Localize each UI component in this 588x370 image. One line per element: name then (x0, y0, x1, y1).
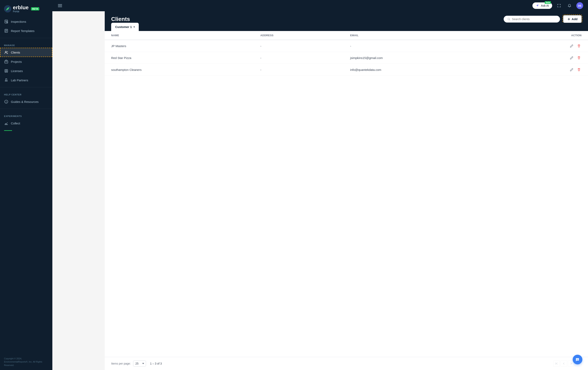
fullscreen-button[interactable] (555, 2, 563, 9)
hamburger-line-3 (58, 7, 62, 7)
sidebar-divider-1 (0, 38, 52, 38)
hamburger-line-1 (58, 4, 62, 5)
chevron-down-icon: ▾ (134, 26, 135, 28)
table-row: JP Masters - - (105, 40, 588, 52)
delete-button-0[interactable] (576, 43, 582, 49)
col-header-email: Email (344, 31, 501, 40)
edit-button-1[interactable] (569, 55, 574, 60)
manage-section-label: MANAGE (0, 41, 52, 48)
table-row: Red Star Pizza - jsimpkins15@gmail.com (105, 52, 588, 64)
app-name: erblue (13, 5, 29, 10)
sidebar-item-lab-partners[interactable]: Lab Partners (0, 75, 52, 85)
inspections-icon (4, 19, 9, 24)
logo-icon (4, 5, 11, 12)
first-page-button[interactable] (553, 360, 560, 367)
page-header: Clients Add (105, 11, 588, 23)
table-area: Name Address Email Action JP Masters - - (105, 31, 588, 357)
prev-page-button[interactable] (561, 360, 567, 367)
clients-table: Name Address Email Action JP Masters - - (105, 31, 588, 76)
delete-button-2[interactable] (576, 67, 582, 72)
sidebar-item-clients-label: Clients (11, 51, 20, 54)
add-button-label: Add (572, 17, 578, 21)
ask-ai-label: Ask AI (541, 4, 549, 7)
cell-action-2 (501, 64, 588, 76)
fullscreen-icon (557, 4, 561, 8)
cell-email-0: - (344, 40, 501, 52)
sidebar-item-guides[interactable]: Guides & Resources (0, 97, 52, 106)
topnav-left (57, 3, 63, 8)
topnav-right: Ask AI beta DE (532, 2, 583, 9)
cell-name-0: JP Masters (105, 40, 254, 52)
chat-bubble[interactable] (573, 355, 582, 364)
pagination: Items per page: 25 10 50 100 1 – 3 of 3 (105, 357, 588, 370)
svg-point-8 (6, 81, 7, 81)
delete-icon (577, 44, 581, 48)
svg-point-7 (6, 70, 7, 71)
tab-customer-1[interactable]: Customer 1 ▾ (111, 23, 139, 31)
svg-point-4 (5, 51, 6, 52)
delete-button-1[interactable] (576, 55, 582, 60)
ask-ai-button[interactable]: Ask AI beta (532, 2, 552, 9)
clients-table-body: JP Masters - - Red (105, 40, 588, 76)
col-header-address: Address (254, 31, 344, 40)
cell-action-0 (501, 40, 588, 52)
cell-email-2: info@quantekdata.com (344, 64, 501, 76)
sidebar-footer: Copyright © 2024, EnvironmentalReports®,… (0, 354, 52, 370)
sidebar-item-projects[interactable]: Projects (0, 57, 52, 66)
hamburger-button[interactable] (57, 3, 63, 8)
hamburger-line-2 (58, 5, 62, 6)
sidebar-item-licenses[interactable]: Licenses (0, 66, 52, 75)
sidebar-item-report-templates[interactable]: Report Templates (0, 26, 52, 35)
guides-icon (4, 99, 9, 104)
experiments-section-label: EXPERIMENTS (0, 111, 52, 119)
sidebar-item-collect[interactable]: Collect (0, 119, 52, 128)
user-avatar[interactable]: DE (576, 2, 583, 9)
plus-icon (567, 18, 570, 21)
projects-icon (4, 59, 9, 64)
per-page-select[interactable]: 25 10 50 100 (133, 360, 146, 367)
table-header-row: Name Address Email Action (105, 31, 588, 40)
report-templates-icon (4, 29, 9, 33)
search-input[interactable] (512, 18, 556, 21)
items-per-page-label: Items per page: (111, 362, 131, 365)
bell-icon (568, 4, 571, 8)
page-title: Clients (111, 16, 130, 22)
clients-icon (4, 50, 9, 55)
prev-page-icon (562, 362, 565, 365)
sidebar-group-top: Inspections Report Templates (0, 17, 52, 35)
page-header-right: Add (504, 15, 582, 23)
sidebar-item-collect-label: Collect (11, 122, 20, 125)
sidebar-item-inspections[interactable]: Inspections (0, 17, 52, 26)
sidebar-item-guides-label: Guides & Resources (11, 100, 39, 103)
col-header-action: Action (501, 31, 588, 40)
cell-address-2: - (254, 64, 344, 76)
svg-point-14 (577, 359, 577, 360)
sidebar-item-clients[interactable]: Clients (0, 48, 52, 57)
edit-icon (570, 56, 574, 60)
search-box[interactable] (504, 16, 560, 22)
svg-rect-11 (5, 124, 8, 125)
edit-icon (570, 68, 574, 72)
first-page-icon (555, 362, 558, 365)
notifications-button[interactable] (566, 2, 573, 9)
cell-name-1: Red Star Pizza (105, 52, 254, 64)
cell-address-0: - (254, 40, 344, 52)
edit-button-2[interactable] (569, 67, 574, 72)
add-button[interactable]: Add (563, 15, 582, 23)
tab-customer-1-label: Customer 1 (115, 25, 132, 29)
app-subtitle: Portal (13, 10, 29, 13)
sidebar-item-projects-label: Projects (11, 60, 22, 63)
cell-address-1: - (254, 52, 344, 64)
edit-icon (570, 44, 574, 48)
delete-icon (577, 56, 581, 60)
delete-icon (577, 68, 581, 72)
chat-icon (575, 357, 580, 362)
ask-ai-badge: beta (545, 1, 551, 4)
sidebar-item-licenses-label: Licenses (11, 69, 23, 73)
ai-sparkle-icon (536, 4, 539, 8)
topnav: Ask AI beta DE (52, 0, 588, 11)
beta-badge: BETA (31, 7, 39, 10)
sidebar-item-inspections-label: Inspections (11, 20, 26, 23)
edit-button-0[interactable] (569, 43, 574, 49)
table-row: southampton Cleaners - info@quantekdata.… (105, 64, 588, 76)
